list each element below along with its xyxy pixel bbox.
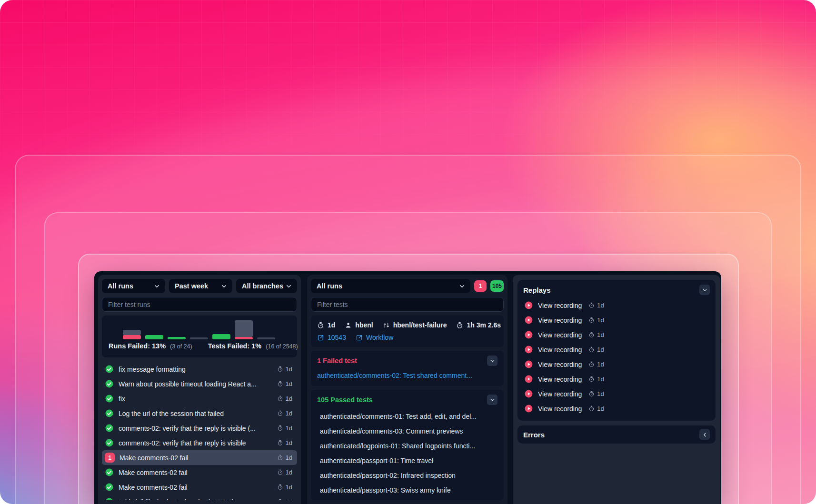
test-run-row[interactable]: comments-02: verify that the reply is vi…	[102, 435, 297, 450]
passed-test-row[interactable]: authenticated/logpoints-01: Shared logpo…	[317, 438, 498, 453]
replay-list: View recording 1d View recording 1d View…	[523, 298, 710, 416]
runs-filter-dropdown[interactable]: All runs	[102, 279, 165, 293]
test-run-row[interactable]: Warn about possible timeout loading Reac…	[102, 376, 297, 391]
passed-test-row[interactable]: authenticated/passport-03: Swiss army kn…	[317, 483, 498, 497]
replay-row[interactable]: View recording 1d	[523, 357, 710, 372]
replay-label: View recording	[538, 316, 582, 324]
errors-title: Errors	[523, 431, 545, 439]
branch-compare-icon	[383, 322, 390, 329]
external-link-icon	[356, 334, 363, 341]
collapse-replays-button[interactable]	[699, 285, 710, 295]
check-circle-icon	[105, 483, 114, 492]
replay-time: 1d	[588, 302, 604, 309]
run-duration: 1h 3m 2.6s	[456, 321, 501, 329]
passed-test-row[interactable]: authenticated/comments-01: Test add, edi…	[317, 409, 498, 424]
passed-test-row[interactable]: authenticated/passport-01: Time travel	[317, 453, 498, 468]
play-circle-icon	[524, 301, 533, 310]
run-history-chart: Runs Failed: 13% (3 of 24) Tests Failed:…	[102, 316, 297, 357]
run-title: fix	[119, 395, 272, 403]
test-run-row[interactable]: Add visibility badge to header (#10542) …	[102, 494, 297, 500]
run-time: 1d	[277, 454, 292, 461]
test-run-row[interactable]: Make comments-02 fail 1d	[102, 465, 297, 480]
test-run-row-selected[interactable]: 1 Make comments-02 fail 1d	[102, 450, 297, 465]
run-title: comments-02: verify that the reply is vi…	[119, 425, 272, 432]
collapse-passed-button[interactable]	[487, 395, 498, 405]
collapse-failed-button[interactable]	[487, 356, 498, 366]
passed-test-row[interactable]: authenticated/passport-02: Infrared insp…	[317, 468, 498, 483]
user-icon	[345, 322, 352, 329]
stopwatch-icon	[588, 361, 595, 367]
check-circle-icon	[105, 409, 114, 418]
failed-tests-badge[interactable]: 1	[474, 280, 487, 292]
errors-section: Errors	[517, 425, 716, 444]
stopwatch-icon	[277, 455, 283, 461]
replay-row[interactable]: View recording 1d	[523, 386, 710, 401]
replay-row[interactable]: View recording 1d	[523, 342, 710, 357]
stopwatch-icon	[588, 346, 595, 353]
replay-row[interactable]: View recording 1d	[523, 313, 710, 327]
play-circle-icon	[524, 404, 533, 413]
tests-filter-dropdown[interactable]: All runs	[311, 279, 470, 293]
replay-row[interactable]: View recording 1d	[523, 401, 710, 416]
chart-bar	[212, 334, 230, 339]
failed-count-badge: 1	[105, 453, 115, 463]
chart-bar	[145, 335, 163, 339]
stopwatch-icon	[588, 405, 595, 412]
chevron-down-icon	[458, 283, 466, 290]
filter-tests-input[interactable]	[311, 297, 504, 312]
run-stats: Runs Failed: 13% (3 of 24) Tests Failed:…	[109, 342, 293, 350]
play-circle-icon	[524, 360, 533, 369]
workflow-link[interactable]: Workflow	[356, 334, 393, 341]
filter-test-runs-input[interactable]	[102, 297, 297, 312]
check-circle-icon	[105, 497, 114, 500]
passed-tests-badge[interactable]: 105	[490, 280, 504, 292]
run-title: Log the url of the session that failed	[119, 410, 272, 417]
test-run-row[interactable]: fix 1d	[102, 391, 297, 406]
expand-errors-button[interactable]	[699, 429, 710, 440]
test-run-row[interactable]: fix message formatting 1d	[102, 362, 297, 376]
check-circle-icon	[105, 365, 114, 374]
play-circle-icon	[524, 345, 533, 354]
chart-bar	[123, 330, 141, 339]
stopwatch-icon	[277, 499, 283, 500]
replay-label: View recording	[538, 376, 582, 383]
test-run-row[interactable]: Make comments-02 fail 1d	[102, 480, 297, 494]
chevron-down-icon	[489, 358, 496, 364]
test-run-row[interactable]: comments-02: verify that the reply is vi…	[102, 421, 297, 435]
replays-panel: Replays View recording 1d View recording…	[513, 275, 720, 504]
replay-label: View recording	[538, 361, 582, 368]
replay-time: 1d	[588, 316, 604, 324]
replay-row[interactable]: View recording 1d	[523, 372, 710, 386]
play-circle-icon	[524, 375, 533, 384]
run-time: 1d	[277, 425, 292, 432]
stopwatch-icon	[588, 332, 595, 338]
replay-time: 1d	[588, 376, 604, 383]
chart-bar	[190, 337, 208, 339]
replay-label: View recording	[538, 346, 582, 354]
stopwatch-icon	[456, 322, 463, 329]
passed-tests-title: 105 Passed tests	[317, 396, 373, 404]
run-author: hbenl	[345, 321, 373, 329]
chevron-left-icon	[702, 432, 708, 438]
passed-test-row[interactable]: authenticated/passport-04: Multiplayer	[317, 497, 498, 500]
test-run-row[interactable]: Log the url of the session that failed 1…	[102, 406, 297, 421]
replays-section: Replays View recording 1d View recording…	[517, 280, 716, 421]
branch-filter-dropdown[interactable]: All branches	[236, 279, 297, 293]
date-range-value: Past week	[175, 282, 208, 290]
passed-test-row[interactable]: authenticated/comments-03: Comment previ…	[317, 424, 498, 438]
date-range-dropdown[interactable]: Past week	[169, 279, 232, 293]
check-circle-icon	[105, 424, 114, 433]
failed-test-link[interactable]: authenticated/comments-02: Test shared c…	[317, 372, 498, 379]
stopwatch-icon	[277, 410, 283, 416]
replay-time: 1d	[588, 346, 604, 353]
run-time: 1d	[277, 380, 292, 387]
replay-row[interactable]: View recording 1d	[523, 327, 710, 342]
run-title: Make comments-02 fail	[119, 469, 272, 476]
pull-request-link[interactable]: 10543	[317, 334, 346, 341]
replay-row[interactable]: View recording 1d	[523, 298, 710, 313]
passed-tests-section: 105 Passed tests authenticated/comments-…	[311, 390, 504, 500]
check-circle-icon	[105, 468, 114, 477]
replay-time: 1d	[588, 361, 604, 368]
replay-time: 1d	[588, 405, 604, 412]
test-runs-panel: All runs Past week All branches Runs Fai…	[98, 275, 301, 504]
